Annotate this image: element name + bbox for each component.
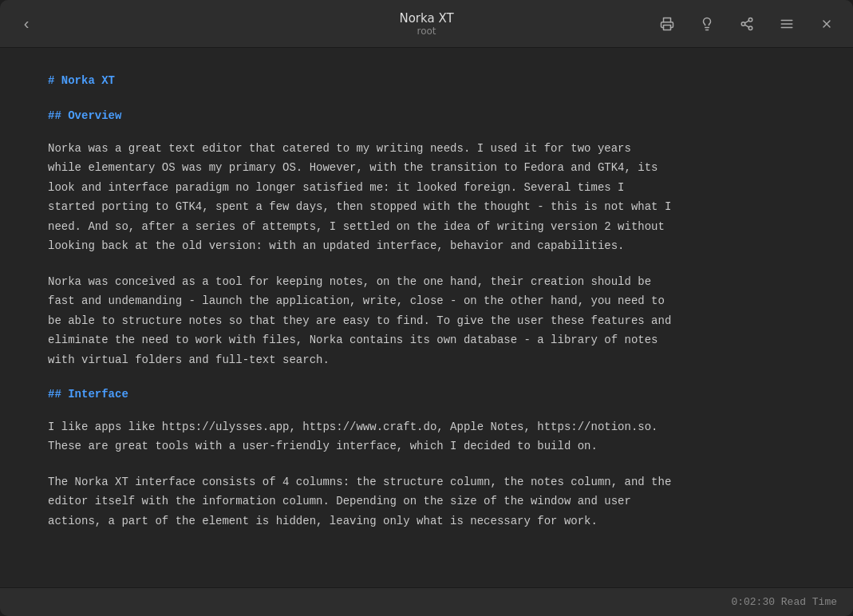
content-area: # Norka XT ## Overview Norka was a great… — [0, 48, 853, 587]
title-bar: ‹ Norka XT root — [0, 0, 853, 48]
bulb-button[interactable] — [693, 10, 721, 38]
back-button[interactable]: ‹ — [13, 10, 40, 38]
print-icon — [660, 17, 674, 31]
paragraph-interface-1: I like apps like https://ulysses.app, ht… — [48, 417, 766, 456]
svg-line-6 — [744, 25, 748, 27]
window-subtitle: root — [399, 26, 453, 37]
close-button[interactable] — [813, 10, 840, 38]
title-bar-left: ‹ — [13, 10, 40, 38]
app-window: ‹ Norka XT root — [0, 0, 853, 616]
print-button[interactable] — [654, 10, 681, 38]
document-area[interactable]: # Norka XT ## Overview Norka was a great… — [0, 48, 853, 587]
paragraph-overview-1: Norka was a great text editor that cater… — [48, 139, 766, 256]
svg-rect-0 — [664, 25, 671, 30]
document-content: # Norka XT ## Overview Norka was a great… — [48, 72, 766, 531]
share-icon — [740, 17, 754, 31]
paragraph-overview-2: Norka was conceived as a tool for keepin… — [48, 272, 766, 370]
lightbulb-icon — [700, 17, 714, 31]
heading-overview: ## Overview — [48, 107, 766, 126]
paragraph-interface-2: The Norka XT interface consists of 4 col… — [48, 472, 766, 531]
title-bar-center: Norka XT root — [399, 11, 453, 37]
window-title: Norka XT — [399, 11, 453, 26]
hamburger-icon — [780, 17, 794, 31]
svg-line-7 — [744, 20, 748, 22]
share-button[interactable] — [733, 10, 760, 38]
back-icon: ‹ — [24, 14, 30, 33]
read-time: 0:02:30 Read Time — [731, 596, 837, 608]
status-bar: 0:02:30 Read Time — [0, 587, 853, 616]
menu-button[interactable] — [773, 10, 800, 38]
title-bar-right — [654, 10, 840, 38]
heading-norka-xt: # Norka XT — [48, 72, 766, 91]
close-icon — [820, 18, 833, 30]
heading-interface: ## Interface — [48, 385, 766, 405]
